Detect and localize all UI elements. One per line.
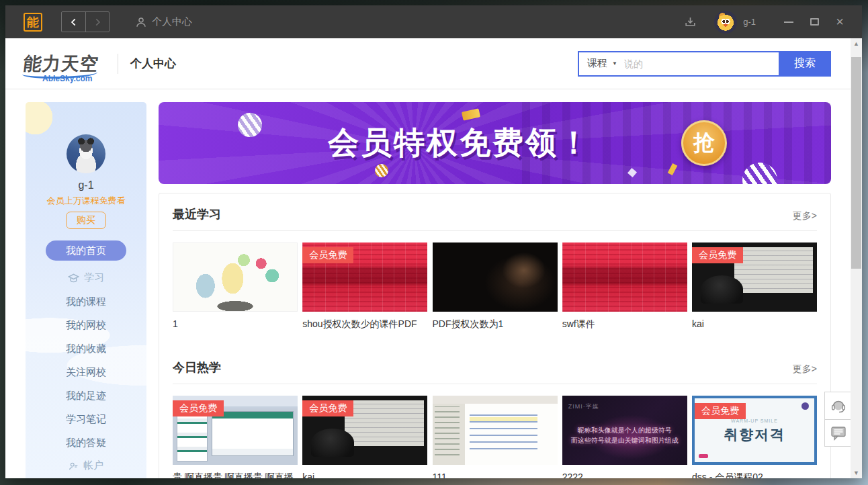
window-controls: ×: [776, 12, 853, 32]
banner-title: 会员特权免费领！: [328, 122, 591, 164]
titlebar-avatar[interactable]: [714, 11, 737, 34]
thumbnail-caption-line1: 昵称和头像就是个人的超级符号: [578, 427, 672, 434]
course-card[interactable]: 会员免费 shou授权次数少的课件PDF: [302, 242, 427, 330]
course-title: 111: [433, 472, 558, 478]
brand-logo[interactable]: 能力天空 AbleSky.com: [24, 52, 103, 76]
course-card[interactable]: 会员免费 贵 啊直播贵 啊直播贵 啊直播: [173, 396, 298, 478]
hot-cards-row: 会员免费 贵 啊直播贵 啊直播贵 啊直播 会员免费 kai 111: [173, 396, 817, 478]
sidebar-item-my-favorites[interactable]: 我的收藏: [26, 337, 146, 360]
minimize-button[interactable]: [776, 12, 801, 32]
sidebar-menu: 学习 我的课程 我的网校 我的收藏 关注网校 我的足迹 学习笔记 我的答疑 帐户…: [26, 266, 146, 478]
search-button[interactable]: 搜索: [779, 51, 831, 77]
course-title: dss - 会员课程02: [692, 472, 817, 478]
user-icon: [135, 16, 147, 28]
sidebar-section-account-label: 帐户: [83, 459, 103, 472]
thumbnail-logo-text: ZIMI·字媒: [568, 402, 599, 411]
titlebar: 能 个人中心 g-1 ×: [5, 5, 862, 38]
graduation-cap-icon: [68, 273, 79, 283]
buy-membership-button[interactable]: 购买: [66, 212, 106, 229]
course-card[interactable]: 111: [433, 396, 558, 478]
course-thumbnail: [433, 396, 558, 465]
scrollbar[interactable]: ▲ ▼: [851, 38, 862, 478]
sidebar-item-home[interactable]: 我的首页: [46, 240, 126, 261]
headset-icon: [830, 397, 847, 414]
sidebar-section-learn: 学习: [26, 266, 146, 290]
course-thumbnail: 会员免费 WARM-UP SMILE 취향저격: [692, 396, 817, 465]
main-content: 会员特权免费领！ 抢 最近学习 更多> 1 会员免费: [159, 102, 831, 478]
sidebar-username: g-1: [26, 179, 146, 191]
sidebar-item-my-qa[interactable]: 我的答疑: [26, 431, 146, 454]
search-bar: 课程 ▼ 搜索: [578, 51, 831, 77]
course-title: swf课件: [562, 318, 687, 330]
titlebar-page-label: 个人中心: [152, 15, 192, 28]
course-thumbnail: 会员免费: [302, 396, 427, 465]
section-recent-header: 最近学习 更多>: [173, 206, 817, 222]
banner-grab-button[interactable]: 抢: [681, 120, 727, 166]
feedback-chat-button[interactable]: [825, 419, 851, 446]
thumbnail-caption: 昵称和头像就是个人的超级符号 而这些符号就是由关键词和图片组成: [562, 425, 687, 445]
sidebar-item-my-schools[interactable]: 我的网校: [26, 313, 146, 337]
course-thumbnail: 会员免费: [173, 396, 298, 465]
close-button[interactable]: ×: [827, 12, 853, 32]
scroll-up-arrow[interactable]: ▲: [851, 40, 862, 47]
titlebar-right: g-1 ×: [684, 11, 862, 34]
maximize-icon: [810, 18, 819, 26]
section-divider: [173, 230, 817, 231]
sidebar: g-1 会员上万课程免费看 购买 我的首页 学习 我的课程 我的网校 我的收藏 …: [26, 102, 146, 478]
search-category-label: 课程: [587, 57, 607, 70]
course-card[interactable]: 会员免费 kai: [692, 242, 817, 330]
course-title: 2222: [562, 472, 687, 478]
thumbnail-title-text: 취향저격: [695, 425, 814, 444]
course-card[interactable]: 1: [173, 242, 298, 330]
app-window: 能 个人中心 g-1 × 能: [5, 5, 862, 478]
course-thumbnail: [433, 242, 558, 312]
maximize-button[interactable]: [801, 12, 827, 32]
app-logo-icon: 能: [24, 13, 42, 32]
course-thumbnail: [562, 242, 687, 312]
course-title: 贵 啊直播贵 啊直播贵 啊直播: [173, 472, 298, 478]
member-free-badge: 会员免费: [695, 403, 746, 419]
scroll-thumb[interactable]: [851, 57, 861, 269]
download-button[interactable]: [684, 15, 697, 28]
confetti-decoration: [668, 163, 678, 175]
sidebar-item-personal-settings[interactable]: 个人设置: [26, 478, 146, 478]
course-title: 1: [173, 318, 298, 329]
section-title: 最近学习: [173, 206, 221, 222]
floating-action-group: [824, 392, 852, 447]
recent-cards-row: 1 会员免费 shou授权次数少的课件PDF PDF授权次数为1: [173, 242, 817, 330]
sidebar-section-account: 帐户: [26, 454, 146, 478]
sidebar-item-my-courses[interactable]: 我的课程: [26, 290, 146, 313]
course-thumbnail: 会员免费: [302, 242, 427, 312]
course-card[interactable]: 会员免费 kai: [302, 396, 427, 478]
back-button[interactable]: [62, 12, 85, 32]
striped-ball-decoration: [742, 163, 777, 184]
forward-button[interactable]: [85, 12, 109, 32]
course-title: shou授权次数少的课件PDF: [302, 318, 427, 330]
content-panel: 最近学习 更多> 1 会员免费 shou授权次数少的课件PDF: [159, 193, 831, 478]
scroll-down-arrow[interactable]: ▼: [851, 470, 862, 476]
course-card[interactable]: 会员免费 WARM-UP SMILE 취향저격 dss - 会员课程02: [692, 396, 817, 478]
search-category-dropdown[interactable]: 课程 ▼: [579, 57, 624, 70]
thumbnail-caption-line2: 而这些符号就是由关键词和图片组成: [571, 437, 679, 444]
member-free-badge: 会员免费: [692, 247, 743, 263]
membership-banner[interactable]: 会员特权免费领！ 抢: [159, 102, 831, 184]
course-title: PDF授权次数为1: [433, 318, 558, 330]
close-icon: ×: [836, 14, 844, 30]
sidebar-avatar[interactable]: [67, 134, 105, 173]
course-thumbnail: ZIMI·字媒 昵称和头像就是个人的超级符号 而这些符号就是由关键词和图片组成: [562, 396, 687, 465]
course-title: kai: [692, 318, 817, 329]
brand-logo-en: AbleSky.com: [42, 74, 92, 83]
search-input[interactable]: [624, 52, 779, 75]
course-card[interactable]: ZIMI·字媒 昵称和头像就是个人的超级符号 而这些符号就是由关键词和图片组成 …: [562, 396, 687, 478]
more-link[interactable]: 更多>: [793, 210, 817, 222]
more-link[interactable]: 更多>: [793, 363, 817, 376]
download-icon: [684, 15, 697, 28]
course-card[interactable]: PDF授权次数为1: [433, 242, 558, 330]
account-icon: [69, 461, 79, 471]
course-card[interactable]: swf课件: [562, 242, 687, 330]
customer-service-button[interactable]: [825, 392, 851, 419]
sidebar-item-my-footprints[interactable]: 我的足迹: [26, 384, 146, 407]
member-free-badge: 会员免费: [302, 400, 353, 416]
sidebar-item-followed-schools[interactable]: 关注网校: [26, 360, 146, 384]
sidebar-item-study-notes[interactable]: 学习笔记: [26, 407, 146, 431]
